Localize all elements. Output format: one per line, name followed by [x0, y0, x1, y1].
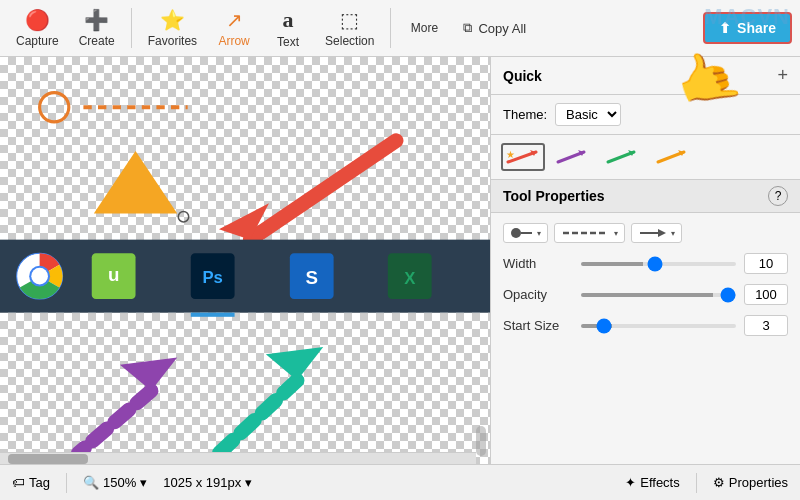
svg-line-4	[250, 141, 396, 240]
arrow-head-dropdown[interactable]: ▾	[631, 223, 682, 243]
scrollbar-thumb[interactable]	[476, 426, 486, 456]
create-button[interactable]: ➕ Create	[71, 4, 123, 52]
add-quick-button[interactable]: +	[777, 65, 788, 86]
width-input[interactable]: 10	[744, 253, 788, 274]
favorites-label: Favorites	[148, 34, 197, 48]
toolbar: 🔴 Capture ➕ Create ⭐ Favorites ↗ Arrow a…	[0, 0, 800, 57]
chevron-down-icon-3: ▾	[671, 229, 675, 238]
theme-select[interactable]: Basic Dark Light	[555, 103, 621, 126]
width-slider[interactable]	[581, 262, 736, 266]
copy-all-button[interactable]: ⧉ Copy All	[453, 14, 536, 42]
width-label: Width	[503, 256, 573, 271]
properties-label: Properties	[729, 475, 788, 490]
favorites-button[interactable]: ⭐ Favorites	[140, 4, 205, 52]
arrow-icon: ↗	[226, 8, 243, 32]
svg-point-0	[40, 93, 69, 122]
capture-label: Capture	[16, 34, 59, 48]
svg-line-20	[78, 391, 151, 454]
svg-marker-23	[266, 347, 323, 380]
capture-icon: 🔴	[25, 8, 50, 32]
share-button[interactable]: ⬆ Share	[703, 12, 792, 44]
text-button[interactable]: a Text	[263, 3, 313, 53]
create-icon: ➕	[84, 8, 109, 32]
svg-rect-19	[191, 313, 235, 317]
main-area: u Ps S X › Qu	[0, 57, 800, 464]
svg-marker-2	[94, 151, 177, 214]
share-label: Share	[737, 20, 776, 36]
tool-properties-header: Tool Properties ?	[491, 180, 800, 213]
swatch-star[interactable]: ★	[501, 143, 545, 171]
tag-label: Tag	[29, 475, 50, 490]
h-scroll-thumb[interactable]	[8, 454, 88, 464]
theme-row: Theme: Basic Dark Light MACVN	[491, 95, 800, 135]
svg-text:X: X	[404, 269, 415, 288]
search-icon: 🔍	[83, 475, 99, 490]
canvas-svg: u Ps S X	[0, 57, 490, 464]
svg-text:u: u	[108, 264, 119, 285]
svg-line-29	[608, 152, 634, 162]
selection-icon: ⬚	[340, 8, 359, 32]
svg-point-3	[178, 212, 188, 222]
swatch-purple[interactable]	[551, 143, 595, 171]
star-icon: ⭐	[160, 8, 185, 32]
selection-label: Selection	[325, 34, 374, 48]
opacity-slider[interactable]	[581, 293, 736, 297]
tool-props-label: Tool Properties	[503, 188, 605, 204]
effects-button[interactable]: ✦ Effects	[625, 475, 680, 490]
line-cap-dropdown[interactable]: ▾	[503, 223, 548, 243]
arrow-button[interactable]: ↗ Arrow	[209, 4, 259, 52]
tool-controls: ▾ ▾ ▾ Width 10 Opa	[491, 213, 800, 346]
status-divider-1	[66, 473, 67, 493]
start-size-row: Start Size 3	[503, 315, 788, 336]
svg-point-33	[511, 228, 521, 238]
selection-button[interactable]: ⬚ Selection	[317, 4, 382, 52]
properties-button[interactable]: ⚙ Properties	[713, 475, 788, 490]
svg-line-31	[658, 152, 684, 162]
svg-text:S: S	[305, 267, 318, 288]
dimensions-button[interactable]: 1025 x 191px ▾	[163, 475, 252, 490]
help-button[interactable]: ?	[768, 186, 788, 206]
statusbar: 🏷 Tag 🔍 150% ▾ 1025 x 191px ▾ ✦ Effects …	[0, 464, 800, 500]
more-label: More	[411, 21, 438, 35]
tag-button[interactable]: 🏷 Tag	[12, 475, 50, 490]
zoom-chevron-icon: ▾	[140, 475, 147, 490]
chevron-down-icon: ▾	[537, 229, 541, 238]
dash-style-dropdown[interactable]: ▾	[554, 223, 625, 243]
create-label: Create	[79, 34, 115, 48]
text-label: Text	[277, 35, 299, 49]
zoom-button[interactable]: 🔍 150% ▾	[83, 475, 147, 490]
svg-point-10	[31, 268, 48, 285]
svg-line-22	[219, 380, 297, 453]
copy-icon: ⧉	[463, 20, 472, 36]
start-size-label: Start Size	[503, 318, 573, 333]
quick-label: Quick	[503, 68, 542, 84]
start-size-slider[interactable]	[581, 324, 736, 328]
swatch-yellow[interactable]	[651, 143, 695, 171]
effects-icon: ✦	[625, 475, 636, 490]
width-row: Width 10	[503, 253, 788, 274]
start-size-input[interactable]: 3	[744, 315, 788, 336]
style-controls-row: ▾ ▾ ▾	[503, 223, 788, 243]
arrow-label: Arrow	[218, 34, 249, 48]
horizontal-scrollbar[interactable]	[0, 452, 476, 464]
copy-all-label: Copy All	[478, 21, 526, 36]
more-button[interactable]: More	[399, 17, 449, 39]
dimensions-label: 1025 x 191px	[163, 475, 241, 490]
zoom-label: 150%	[103, 475, 136, 490]
canvas-area[interactable]: u Ps S X ›	[0, 57, 490, 464]
right-panel: Quick + Theme: Basic Dark Light MACVN ★	[490, 57, 800, 464]
divider-2	[390, 8, 391, 48]
style-swatches: ★	[491, 135, 800, 180]
opacity-input[interactable]: 100	[744, 284, 788, 305]
svg-marker-41	[658, 229, 666, 237]
svg-line-27	[558, 152, 584, 162]
swatch-green[interactable]	[601, 143, 645, 171]
text-icon: a	[283, 7, 294, 33]
gear-icon: ⚙	[713, 475, 725, 490]
status-divider-2	[696, 473, 697, 493]
capture-button[interactable]: 🔴 Capture	[8, 4, 67, 52]
chevron-down-icon-2: ▾	[614, 229, 618, 238]
effects-label: Effects	[640, 475, 680, 490]
share-icon: ⬆	[719, 20, 731, 36]
tag-icon: 🏷	[12, 475, 25, 490]
